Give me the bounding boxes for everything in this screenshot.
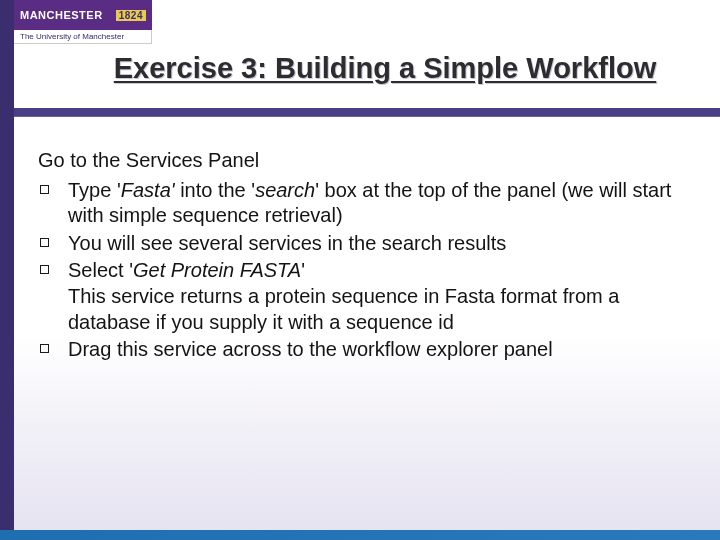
text-italic: Get Protein FASTA	[133, 259, 301, 281]
footer-strip	[0, 530, 720, 540]
text-fragment: Type '	[68, 179, 121, 201]
slide-title: Exercise 3: Building a Simple Workflow	[80, 52, 690, 85]
text-fragment: Drag this service across to the workflow…	[68, 338, 553, 360]
manchester-left-strip	[0, 0, 14, 540]
text-fragment: '	[301, 259, 305, 281]
text-fragment: You will see several services in the sea…	[68, 232, 506, 254]
logo-year: 1824	[116, 10, 146, 21]
list-item: Drag this service across to the workflow…	[38, 337, 692, 363]
bullet-list: Type 'Fasta' into the 'search' box at th…	[38, 178, 692, 363]
list-item: Type 'Fasta' into the 'search' box at th…	[38, 178, 692, 229]
university-logo: MANCHESTER 1824 The University of Manche…	[14, 0, 152, 46]
slide-body: Go to the Services Panel Type 'Fasta' in…	[38, 148, 692, 365]
logo-subtext: The University of Manchester	[14, 30, 152, 44]
intro-text: Go to the Services Panel	[38, 148, 692, 174]
logo-brand: MANCHESTER	[20, 9, 103, 21]
text-italic: Fasta'	[121, 179, 175, 201]
logo-brand-bar: MANCHESTER 1824	[14, 0, 152, 30]
text-fragment: into the '	[175, 179, 256, 201]
list-item: You will see several services in the sea…	[38, 231, 692, 257]
text-fragment: Select '	[68, 259, 133, 281]
title-underline-bar	[14, 108, 720, 117]
continuation-text: This service returns a protein sequence …	[68, 284, 692, 335]
text-italic: search	[255, 179, 315, 201]
list-item: Select 'Get Protein FASTA' This service …	[38, 258, 692, 335]
